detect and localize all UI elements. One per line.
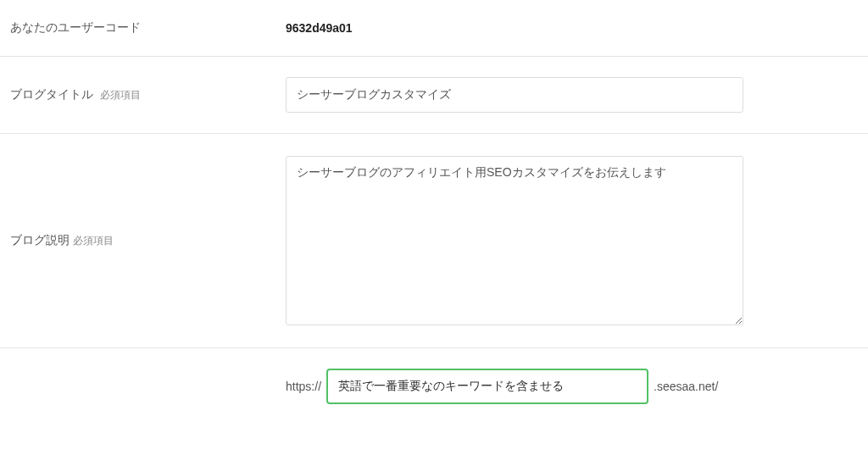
blog-description-input[interactable]: シーサーブログのアフィリエイト用SEOカスタマイズをお伝えします — [286, 156, 743, 325]
user-code-value: 9632d49a01 — [286, 21, 353, 35]
required-tag: 必須項目 — [100, 89, 141, 101]
blog-title-input[interactable] — [286, 77, 743, 113]
blog-description-label: ブログ説明 必須項目 — [10, 156, 286, 325]
hostname-row: https:// .seesaa.net/ — [0, 348, 868, 424]
label-text: ブログタイトル — [10, 87, 93, 101]
user-code-value-col: 9632d49a01 — [286, 21, 858, 35]
url-prefix: https:// — [286, 380, 321, 393]
label-text: あなたのユーザーコード — [10, 20, 141, 34]
hostname-value-col: https:// .seesaa.net/ — [286, 369, 858, 404]
url-suffix: .seesaa.net/ — [654, 380, 718, 393]
hostname-input[interactable] — [326, 369, 648, 404]
blog-description-row: ブログ説明 必須項目 シーサーブログのアフィリエイト用SEOカスタマイズをお伝え… — [0, 134, 868, 348]
blog-description-value-col: シーサーブログのアフィリエイト用SEOカスタマイズをお伝えします — [286, 156, 858, 325]
user-code-row: あなたのユーザーコード 9632d49a01 — [0, 0, 868, 57]
blog-title-row: ブログタイトル 必須項目 — [0, 57, 868, 134]
blog-title-label: ブログタイトル 必須項目 — [10, 87, 286, 103]
blog-title-value-col — [286, 77, 858, 113]
required-tag: 必須項目 — [73, 234, 114, 248]
user-code-label: あなたのユーザーコード — [10, 20, 286, 36]
label-text: ブログ説明 — [10, 233, 70, 248]
